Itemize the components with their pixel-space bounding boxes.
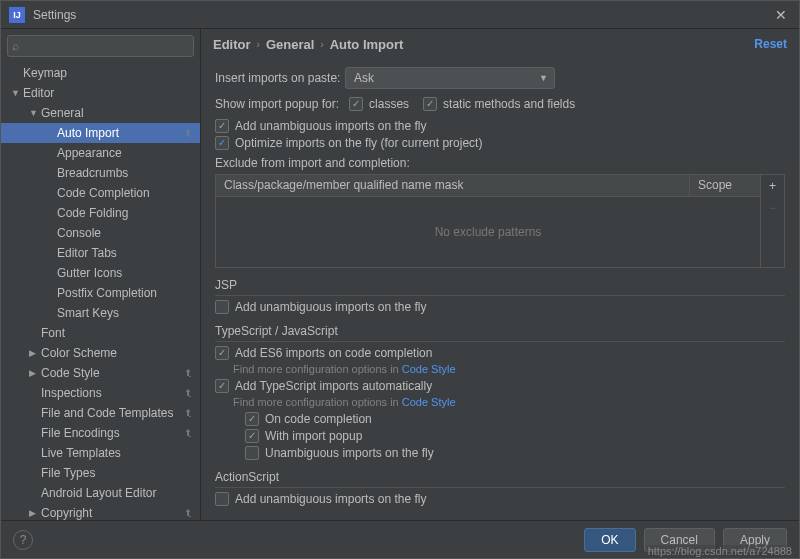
- tree-item[interactable]: Editor Tabs: [1, 243, 200, 263]
- ts-import-popup-checkbox[interactable]: With import popup: [245, 429, 785, 443]
- tree-item-label: Copyright: [41, 506, 200, 520]
- crumb-auto-import: Auto Import: [330, 37, 404, 52]
- tree-item[interactable]: Appearance: [1, 143, 200, 163]
- popup-static-checkbox[interactable]: static methods and fields: [423, 97, 575, 111]
- tree-item[interactable]: Postfix Completion: [1, 283, 200, 303]
- sidebar: ⌕ Keymap▼Editor▼GeneralAuto Import⮬Appea…: [1, 29, 201, 520]
- tree-item[interactable]: File Encodings⮬: [1, 423, 200, 443]
- tree-item[interactable]: Font: [1, 323, 200, 343]
- tree-item[interactable]: Gutter Icons: [1, 263, 200, 283]
- ts-es6-checkbox[interactable]: Add ES6 imports on code completion: [215, 346, 785, 360]
- tree-item-label: Inspections: [41, 386, 200, 400]
- ts-hint2: Find more configuration options in Code …: [233, 396, 785, 408]
- popup-label: Show import popup for:: [215, 97, 339, 111]
- project-scope-icon: ⮬: [184, 367, 194, 378]
- tree-item[interactable]: Code Completion: [1, 183, 200, 203]
- tree-item-label: Gutter Icons: [57, 266, 200, 280]
- tree-item[interactable]: Keymap: [1, 63, 200, 83]
- tree-item-label: Keymap: [23, 66, 200, 80]
- ts-on-completion-checkbox[interactable]: On code completion: [245, 412, 785, 426]
- tree-item-label: Color Scheme: [41, 346, 200, 360]
- tree-item-label: Appearance: [57, 146, 200, 160]
- body: ⌕ Keymap▼Editor▼GeneralAuto Import⮬Appea…: [1, 29, 799, 520]
- tree-arrow-icon: ▼: [29, 108, 41, 118]
- jsp-section: JSP: [215, 278, 785, 296]
- ok-button[interactable]: OK: [584, 528, 635, 552]
- ts-auto-checkbox[interactable]: Add TypeScript imports automatically: [215, 379, 785, 393]
- chevron-right-icon: ›: [320, 39, 323, 50]
- project-scope-icon: ⮬: [184, 387, 194, 398]
- help-button[interactable]: ?: [13, 530, 33, 550]
- tree-item-label: General: [41, 106, 200, 120]
- project-scope-icon: ⮬: [184, 407, 194, 418]
- tree-item[interactable]: Inspections⮬: [1, 383, 200, 403]
- insert-imports-select[interactable]: Ask ▼: [345, 67, 555, 89]
- tree-item-label: File Types: [41, 466, 200, 480]
- search-icon: ⌕: [12, 39, 19, 53]
- project-scope-icon: ⮬: [184, 427, 194, 438]
- optimize-imports-checkbox[interactable]: Optimize imports on the fly (for current…: [215, 136, 785, 150]
- tree-arrow-icon: ▼: [11, 88, 23, 98]
- watermark: https://blog.csdn.net/a724888: [646, 545, 794, 557]
- tree-item[interactable]: File and Code Templates⮬: [1, 403, 200, 423]
- popup-classes-checkbox[interactable]: classes: [349, 97, 409, 111]
- code-style-link[interactable]: Code Style: [402, 363, 456, 375]
- exclude-header-mask: Class/package/member qualified name mask: [216, 175, 690, 196]
- search-wrap: ⌕: [7, 35, 194, 57]
- tree-item[interactable]: Auto Import⮬: [1, 123, 200, 143]
- code-style-link[interactable]: Code Style: [402, 396, 456, 408]
- exclude-label: Exclude from import and completion:: [215, 156, 785, 170]
- crumb-general[interactable]: General: [266, 37, 314, 52]
- tree-item-label: Font: [41, 326, 200, 340]
- tree-item[interactable]: Android Layout Editor: [1, 483, 200, 503]
- tree-arrow-icon: ▶: [29, 348, 41, 358]
- as-unambiguous-checkbox[interactable]: Add unambiguous imports on the fly: [215, 492, 785, 506]
- search-input[interactable]: [7, 35, 194, 57]
- project-scope-icon: ⮬: [184, 127, 194, 138]
- chevron-right-icon: ›: [257, 39, 260, 50]
- tree-item-label: Code Style: [41, 366, 200, 380]
- tree-item[interactable]: ▶Color Scheme: [1, 343, 200, 363]
- add-unambiguous-checkbox[interactable]: Add unambiguous imports on the fly: [215, 119, 785, 133]
- close-icon[interactable]: ✕: [771, 5, 791, 25]
- exclude-header-scope: Scope: [690, 175, 760, 196]
- tree-item[interactable]: Smart Keys: [1, 303, 200, 323]
- tree-item[interactable]: Console: [1, 223, 200, 243]
- chevron-down-icon: ▼: [539, 73, 548, 83]
- tree-item[interactable]: Code Folding: [1, 203, 200, 223]
- tree-arrow-icon: ▶: [29, 368, 41, 378]
- ts-hint1: Find more configuration options in Code …: [233, 363, 785, 375]
- tree-item[interactable]: ▼Editor: [1, 83, 200, 103]
- tree-item-label: Breadcrumbs: [57, 166, 200, 180]
- jsp-unambiguous-checkbox[interactable]: Add unambiguous imports on the fly: [215, 300, 785, 314]
- exclude-table: Class/package/member qualified name mask…: [215, 174, 785, 268]
- exclude-remove-button[interactable]: −: [761, 197, 784, 219]
- tree-item-label: Editor: [23, 86, 200, 100]
- tree-item-label: Smart Keys: [57, 306, 200, 320]
- tree-item[interactable]: ▶Code Style⮬: [1, 363, 200, 383]
- tree-item-label: Code Completion: [57, 186, 200, 200]
- tree-item[interactable]: Live Templates: [1, 443, 200, 463]
- tree-item[interactable]: ▶Copyright⮬: [1, 503, 200, 520]
- content: Insert imports on paste: Ask ▼ Show impo…: [201, 59, 799, 520]
- as-section: ActionScript: [215, 470, 785, 488]
- select-value: Ask: [354, 71, 374, 85]
- window-title: Settings: [33, 8, 771, 22]
- exclude-empty-text: No exclude patterns: [216, 197, 760, 267]
- tree-item[interactable]: Breadcrumbs: [1, 163, 200, 183]
- insert-imports-label: Insert imports on paste:: [215, 71, 345, 85]
- tree-item-label: Auto Import: [57, 126, 200, 140]
- crumb-editor[interactable]: Editor: [213, 37, 251, 52]
- ts-unambiguous-checkbox[interactable]: Unambiguous imports on the fly: [245, 446, 785, 460]
- exclude-add-button[interactable]: +: [761, 175, 784, 197]
- tree-arrow-icon: ▶: [29, 508, 41, 518]
- tree-item-label: Console: [57, 226, 200, 240]
- settings-tree[interactable]: Keymap▼Editor▼GeneralAuto Import⮬Appeara…: [1, 63, 200, 520]
- tree-item[interactable]: ▼General: [1, 103, 200, 123]
- tree-item-label: Editor Tabs: [57, 246, 200, 260]
- tree-item-label: Live Templates: [41, 446, 200, 460]
- tree-item[interactable]: File Types: [1, 463, 200, 483]
- reset-link[interactable]: Reset: [754, 37, 787, 51]
- breadcrumb: Editor › General › Auto Import Reset: [201, 29, 799, 59]
- main-panel: Editor › General › Auto Import Reset Ins…: [201, 29, 799, 520]
